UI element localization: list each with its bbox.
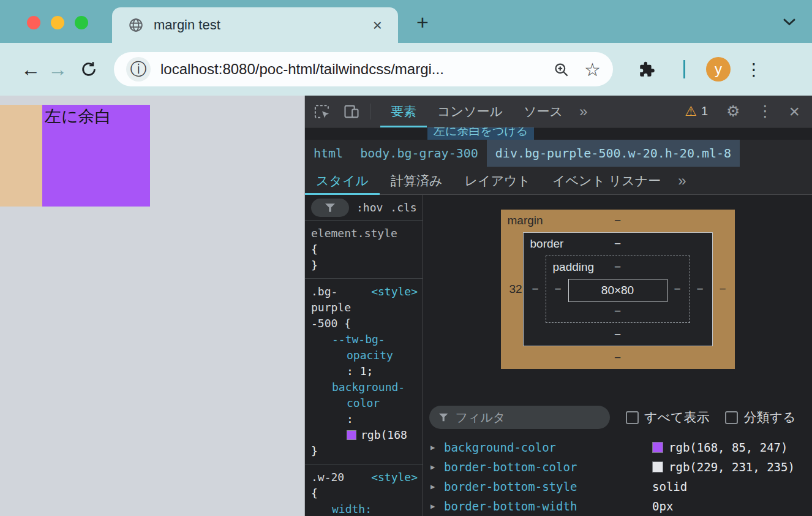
margin-top-value[interactable]: − — [614, 214, 621, 227]
styles-filter-button[interactable] — [311, 199, 349, 217]
show-all-checkbox-group[interactable]: すべて表示 — [626, 409, 709, 426]
computed-property-row[interactable]: ▶ border-bottom-style solid — [423, 477, 812, 496]
computed-filter-box[interactable] — [429, 406, 610, 429]
css-property-name[interactable]: color — [311, 395, 416, 411]
padding-left-value[interactable]: − — [555, 283, 562, 296]
css-property-value[interactable]: : 1; — [311, 363, 416, 379]
box-model-border: border − − − − padding − − − − 80 — [523, 232, 713, 346]
bookmark-star-icon[interactable]: ☆ — [584, 59, 601, 80]
devtools-menu-kebab-icon[interactable]: ⋮ — [757, 102, 773, 121]
computed-filter-input[interactable] — [455, 411, 600, 425]
css-property-name[interactable]: --tw-bg- — [311, 332, 416, 347]
group-checkbox-group[interactable]: 分類する — [725, 409, 795, 426]
expand-triangle-icon[interactable]: ▶ — [430, 482, 444, 491]
more-tabs-icon[interactable]: » — [573, 103, 593, 120]
site-info-icon[interactable]: ⓘ — [126, 57, 151, 82]
group-label[interactable]: 分類する — [743, 409, 795, 426]
computed-property-row[interactable]: ▶ border-bottom-color rgb(229, 231, 235) — [423, 457, 812, 477]
devtools-close-icon[interactable]: × — [789, 101, 800, 122]
computed-pane: margin − − 32 − border − − − − padding — [423, 195, 812, 516]
extensions-puzzle-icon[interactable] — [637, 61, 655, 78]
selector-line[interactable]: -500 { — [311, 316, 416, 332]
margin-bottom-value[interactable]: − — [614, 351, 621, 365]
breadcrumb-body[interactable]: body.bg-gray-300 — [351, 140, 487, 167]
maximize-window-button[interactable] — [75, 16, 88, 29]
breadcrumb-html[interactable]: html — [305, 140, 351, 167]
devtools-toolbar: 要素 コンソール ソース » ⚠ 1 ⚙ ⋮ × — [305, 96, 812, 127]
address-bar[interactable]: ⓘ localhost:8080/poc-html/tailwindcss/ma… — [114, 52, 613, 86]
computed-property-name[interactable]: border-bottom-width — [444, 499, 652, 513]
computed-properties-list: ▶ background-color rgb(168, 85, 247) ▶ b… — [423, 438, 812, 516]
tab-event-listeners[interactable]: イベント リスナー — [541, 167, 672, 195]
back-button[interactable]: ← — [17, 58, 44, 81]
close-window-button[interactable] — [27, 16, 40, 29]
computed-property-value: 0px — [652, 499, 673, 513]
show-all-label[interactable]: すべて表示 — [644, 409, 709, 426]
selector-line[interactable]: purple — [311, 300, 416, 316]
profile-avatar[interactable]: y — [706, 57, 731, 82]
new-tab-button[interactable]: + — [409, 9, 436, 36]
style-source-link[interactable]: <style> — [371, 284, 418, 300]
tab-close-icon[interactable]: × — [369, 16, 386, 35]
computed-property-row[interactable]: ▶ border-bottom-width 0px — [423, 496, 812, 516]
style-source-link[interactable]: <style> — [371, 469, 418, 485]
more-style-tabs-icon[interactable]: » — [672, 172, 692, 189]
padding-right-value[interactable]: − — [674, 283, 680, 296]
padding-bottom-value[interactable]: − — [614, 305, 621, 318]
css-property-name[interactable]: background- — [311, 379, 416, 395]
devtools-settings-gear-icon[interactable]: ⚙ — [726, 102, 740, 120]
expand-triangle-icon[interactable]: ▶ — [430, 502, 444, 510]
border-right-value[interactable]: − — [696, 283, 703, 296]
devtools-tab-elements[interactable]: 要素 — [380, 96, 427, 127]
reload-button[interactable] — [80, 60, 98, 78]
hover-state-toggle[interactable]: :hov — [356, 201, 383, 214]
browser-menu-kebab-icon[interactable]: ⋮ — [745, 59, 762, 80]
devtools-tab-sources[interactable]: ソース — [513, 96, 573, 127]
devtools-tab-console[interactable]: コンソール — [427, 96, 513, 127]
css-property-value[interactable]: rgb(168 — [361, 428, 407, 441]
color-swatch[interactable] — [347, 430, 356, 440]
minimize-window-button[interactable] — [51, 16, 64, 29]
border-left-value[interactable]: − — [532, 283, 539, 296]
device-toolbar-icon[interactable] — [343, 103, 360, 120]
element-style-label[interactable]: element.style — [311, 226, 416, 241]
show-all-checkbox[interactable] — [626, 411, 639, 424]
expand-triangle-icon[interactable]: ▶ — [430, 443, 444, 452]
zoom-icon[interactable] — [553, 61, 570, 78]
dom-tree-clipped-row[interactable]: 左に余白をつける — [305, 127, 812, 140]
computed-property-name[interactable]: background-color — [444, 441, 652, 454]
element-style-rule: element.style { } — [305, 221, 423, 279]
expand-triangle-icon[interactable]: ▶ — [430, 463, 444, 471]
issues-badge[interactable]: ⚠ 1 — [685, 104, 708, 120]
browser-tab[interactable]: margin test × — [112, 7, 398, 43]
open-brace: { — [311, 241, 416, 257]
inspect-element-icon[interactable] — [314, 103, 331, 120]
class-toggle[interactable]: .cls — [390, 201, 416, 214]
border-bottom-value[interactable]: − — [614, 328, 621, 341]
margin-left-value[interactable]: 32 — [509, 283, 522, 296]
open-brace: { — [311, 485, 416, 501]
tab-layout[interactable]: レイアウト — [453, 167, 541, 195]
css-property-name[interactable]: width: — [311, 501, 416, 516]
computed-property-name[interactable]: border-bottom-color — [444, 460, 652, 474]
css-property-name[interactable]: opacity — [311, 347, 416, 363]
styles-pane: :hov .cls element.style { } <style> .bg-… — [305, 195, 423, 516]
forward-button[interactable]: → — [44, 58, 71, 81]
computed-property-row[interactable]: ▶ background-color rgb(168, 85, 247) — [423, 438, 812, 457]
computed-property-name[interactable]: border-bottom-style — [444, 480, 652, 493]
group-checkbox[interactable] — [725, 411, 738, 424]
tab-title: margin test — [154, 17, 369, 33]
box-model-content-size[interactable]: 80×80 — [568, 279, 667, 302]
url-text[interactable]: localhost:8080/poc-html/tailwindcss/marg… — [160, 61, 548, 78]
color-swatch — [652, 442, 663, 453]
purple-demo-box: 左に余白 — [42, 105, 150, 207]
margin-right-value[interactable]: − — [719, 283, 726, 296]
breadcrumb-selected-div[interactable]: div.bg-purple-500.w-20.h-20.ml-8 — [487, 140, 740, 167]
dom-selected-text[interactable]: 左に余白をつける — [427, 127, 534, 140]
border-top-value[interactable]: − — [614, 237, 621, 251]
tab-search-chevron-icon[interactable] — [778, 12, 801, 31]
padding-top-value[interactable]: − — [614, 260, 621, 274]
tab-computed[interactable]: 計算済み — [380, 167, 454, 195]
css-value-line[interactable]: rgb(168 — [311, 427, 416, 443]
tab-styles[interactable]: スタイル — [305, 167, 380, 195]
